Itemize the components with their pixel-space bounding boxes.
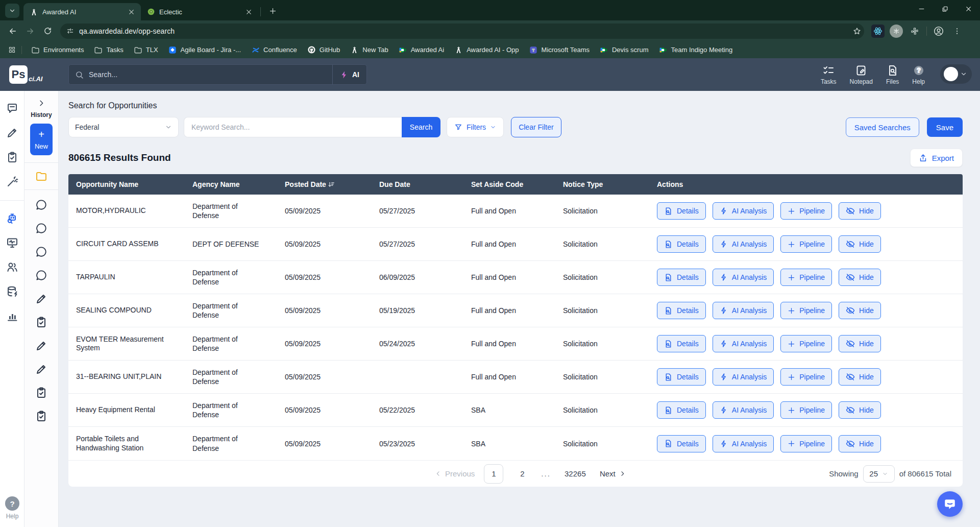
- new-tab-button[interactable]: [266, 4, 279, 17]
- last-page-button[interactable]: 32265: [560, 464, 591, 484]
- extension-icon[interactable]: [890, 25, 903, 38]
- search-button[interactable]: Search: [402, 117, 440, 137]
- column-opportunity-name[interactable]: Opportunity Name: [68, 180, 185, 188]
- hide-button[interactable]: Hide: [839, 368, 881, 386]
- scope-select[interactable]: Federal: [68, 117, 179, 137]
- ai-analysis-button[interactable]: AI Analysis: [713, 401, 774, 419]
- bookmark-item[interactable]: Environments: [27, 44, 88, 56]
- intercom-chat-button[interactable]: [937, 491, 963, 517]
- nav-notepad[interactable]: Notepad: [850, 64, 873, 85]
- history-item[interactable]: [34, 291, 49, 306]
- react-devtools-extension-icon[interactable]: [871, 25, 885, 38]
- user-menu[interactable]: [940, 64, 972, 84]
- pipeline-button[interactable]: Pipeline: [780, 302, 832, 319]
- pipeline-button[interactable]: Pipeline: [780, 401, 832, 419]
- details-button[interactable]: Details: [657, 335, 706, 352]
- ai-analysis-button[interactable]: AI Analysis: [713, 435, 774, 452]
- site-settings-icon[interactable]: [66, 27, 74, 35]
- details-button[interactable]: Details: [657, 435, 706, 452]
- bookmark-item[interactable]: Agile Board - Jira -...: [164, 44, 246, 56]
- history-item[interactable]: [34, 409, 49, 424]
- bookmark-item[interactable]: Awarded Ai: [395, 44, 449, 56]
- forward-button[interactable]: [22, 23, 38, 39]
- page-1-button[interactable]: 1: [484, 464, 503, 484]
- details-button[interactable]: Details: [657, 368, 706, 386]
- rail-item[interactable]: [6, 236, 18, 249]
- bookmark-item[interactable]: Team Indigo Meeting: [654, 44, 737, 56]
- next-page-button[interactable]: Next: [600, 469, 626, 478]
- ai-analysis-button[interactable]: AI Analysis: [713, 202, 774, 220]
- rail-item[interactable]: [6, 102, 18, 114]
- history-item[interactable]: [34, 338, 49, 353]
- bookmark-item[interactable]: Devis scrum: [596, 44, 653, 56]
- browser-tab-active[interactable]: Awarded AI: [23, 3, 141, 20]
- pipeline-button[interactable]: Pipeline: [780, 435, 832, 452]
- folder-icon[interactable]: [35, 170, 47, 182]
- help-button[interactable]: ?: [5, 496, 19, 511]
- ai-analysis-button[interactable]: AI Analysis: [713, 335, 774, 352]
- column-agency-name[interactable]: Agency Name: [185, 180, 277, 188]
- extensions-puzzle-button[interactable]: [908, 25, 921, 38]
- hide-button[interactable]: Hide: [839, 435, 881, 452]
- browser-menu-button[interactable]: [950, 25, 964, 38]
- history-item[interactable]: [34, 268, 49, 283]
- pipeline-button[interactable]: Pipeline: [780, 368, 832, 386]
- bookmark-star-icon[interactable]: [853, 27, 861, 35]
- filters-button[interactable]: Filters: [447, 117, 504, 137]
- ai-analysis-button[interactable]: AI Analysis: [713, 368, 774, 386]
- pipeline-button[interactable]: Pipeline: [780, 335, 832, 352]
- column-due-date[interactable]: Due Date: [372, 180, 463, 188]
- rail-item[interactable]: [6, 127, 18, 139]
- history-item[interactable]: [34, 385, 49, 400]
- hide-button[interactable]: Hide: [839, 235, 881, 253]
- saved-searches-button[interactable]: Saved Searches: [846, 117, 919, 137]
- tab-close-icon[interactable]: [127, 7, 136, 16]
- column-set-aside-code[interactable]: Set Aside Code: [463, 180, 555, 188]
- minimize-button[interactable]: [910, 0, 933, 17]
- close-window-button[interactable]: [957, 0, 980, 17]
- bookmark-item[interactable]: Tasks: [90, 44, 127, 56]
- hide-button[interactable]: Hide: [839, 335, 881, 352]
- details-button[interactable]: Details: [657, 302, 706, 319]
- bookmark-item[interactable]: Confluence: [247, 44, 301, 56]
- app-logo[interactable]: Ps ci.AI: [9, 65, 59, 84]
- details-button[interactable]: Details: [657, 235, 706, 253]
- column-notice-type[interactable]: Notice Type: [555, 180, 649, 188]
- details-button[interactable]: Details: [657, 202, 706, 220]
- ai-search-button[interactable]: AI: [332, 65, 366, 84]
- tab-close-icon[interactable]: [244, 7, 253, 16]
- history-item[interactable]: [34, 197, 49, 212]
- hide-button[interactable]: Hide: [839, 202, 881, 220]
- clear-filter-button[interactable]: Clear Filter: [511, 117, 561, 137]
- column-posted-date[interactable]: Posted Date: [277, 180, 372, 188]
- page-size-select[interactable]: 25: [863, 465, 895, 483]
- nav-help[interactable]: ? Help: [912, 64, 925, 85]
- reload-button[interactable]: [40, 23, 55, 39]
- pipeline-button[interactable]: Pipeline: [780, 235, 832, 253]
- nav-files[interactable]: Files: [886, 64, 899, 85]
- previous-page-button[interactable]: Previous: [435, 469, 475, 478]
- expand-history-icon[interactable]: [37, 99, 45, 107]
- history-item[interactable]: [34, 315, 49, 330]
- global-search-input[interactable]: Search... AI: [68, 64, 367, 85]
- rail-item[interactable]: [6, 310, 18, 322]
- history-item[interactable]: [34, 362, 49, 377]
- save-button[interactable]: Save: [927, 117, 963, 137]
- bookmark-item[interactable]: T Microsoft Teams: [525, 44, 594, 56]
- restore-button[interactable]: [933, 0, 957, 17]
- browser-tab-inactive[interactable]: Eclectic: [141, 3, 258, 20]
- new-chat-button[interactable]: + New: [30, 124, 53, 155]
- bookmark-item[interactable]: New Tab: [346, 44, 392, 56]
- export-button[interactable]: Export: [910, 149, 963, 167]
- sort-descending-icon[interactable]: [328, 181, 335, 188]
- ai-analysis-button[interactable]: AI Analysis: [713, 269, 774, 286]
- back-button[interactable]: [5, 23, 20, 39]
- url-text[interactable]: qa.awardedai.dev/opp-search: [79, 27, 848, 35]
- rail-item[interactable]: [6, 151, 18, 163]
- hide-button[interactable]: Hide: [839, 269, 881, 286]
- hide-button[interactable]: Hide: [839, 302, 881, 319]
- history-item[interactable]: [34, 221, 49, 236]
- keyword-input[interactable]: Keyword Search...: [184, 117, 402, 137]
- ai-analysis-button[interactable]: AI Analysis: [713, 302, 774, 319]
- nav-tasks[interactable]: Tasks: [821, 64, 837, 85]
